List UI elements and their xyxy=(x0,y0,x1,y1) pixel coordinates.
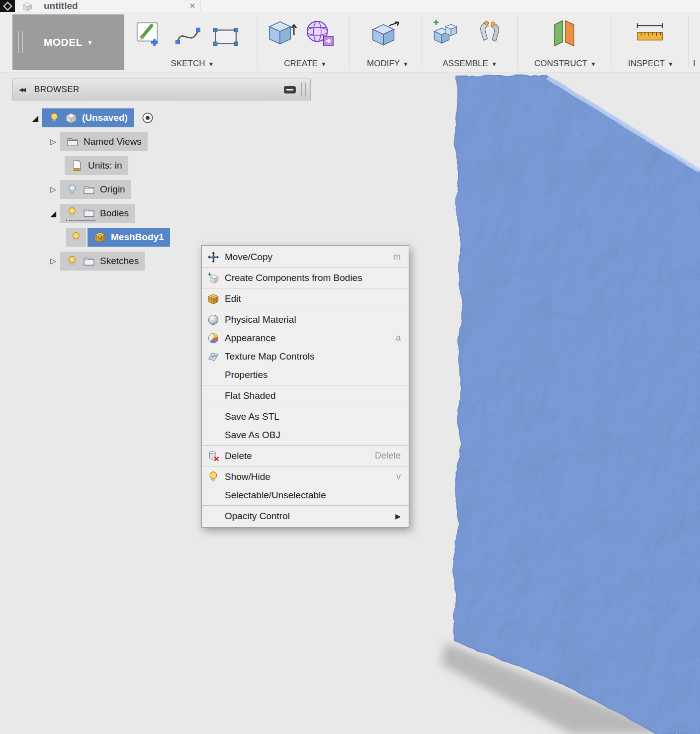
collapse-triangle-icon[interactable]: ▷ xyxy=(46,257,60,266)
menu-separator xyxy=(202,288,409,288)
menu-separator xyxy=(202,267,409,268)
inspect-menu[interactable]: INSPECT ▼ xyxy=(615,59,686,69)
tree-item-named-views[interactable]: Named Views xyxy=(60,132,148,151)
tree-item-units[interactable]: Units: in xyxy=(65,156,128,175)
browser-options-icon[interactable] xyxy=(284,86,296,93)
spline-icon[interactable] xyxy=(174,22,202,50)
measure-ruler-icon[interactable] xyxy=(634,18,665,49)
tree-item-label: Sketches xyxy=(100,256,139,267)
toolbar-group-inspect: INSPECT ▼ xyxy=(615,12,686,73)
menu-item-texture-map-controls[interactable]: Texture Map Controls xyxy=(202,347,409,366)
tree-item-meshbody1[interactable]: MeshBody1 xyxy=(88,228,170,247)
collapse-browser-icon[interactable]: ◀◀ xyxy=(19,87,24,93)
menu-item-properties[interactable]: Properties xyxy=(202,366,409,384)
toolbar-group-modify: MODIFY ▼ xyxy=(354,12,422,73)
menu-item-appearance[interactable]: Appearance a xyxy=(202,329,409,347)
document-icon xyxy=(22,1,33,12)
component-icon xyxy=(65,111,78,124)
menu-item-physical-material[interactable]: Physical Material xyxy=(202,310,409,329)
menu-item-opacity-control[interactable]: Opacity Control ▶ xyxy=(202,507,409,525)
create-components-icon xyxy=(207,271,225,285)
sketch-menu[interactable]: SKETCH ▼ xyxy=(128,59,257,69)
construct-plane-icon[interactable] xyxy=(549,18,580,49)
mesh-body[interactable] xyxy=(452,75,700,734)
tree-row-sketches: ▷ Sketches xyxy=(12,252,145,271)
joint-icon[interactable] xyxy=(475,18,505,48)
appearance-icon xyxy=(207,331,225,345)
menu-separator xyxy=(202,445,409,446)
menu-separator xyxy=(202,505,409,506)
menu-item-create-components[interactable]: Create Components from Bodies xyxy=(202,269,409,287)
menu-separator xyxy=(202,406,409,406)
tree-item-root[interactable]: (Unsaved) xyxy=(42,108,134,127)
expand-triangle-icon[interactable]: ◢ xyxy=(28,113,42,123)
create-menu[interactable]: CREATE ▼ xyxy=(262,59,349,69)
menu-item-shortcut: m xyxy=(393,252,401,262)
chevron-down-icon: ▼ xyxy=(668,61,674,67)
tree-row-origin: ▷ Origin xyxy=(12,180,131,199)
tab-title[interactable]: untitled xyxy=(44,0,78,12)
chevron-down-icon: ▼ xyxy=(87,40,93,46)
mesh-sphere-icon[interactable] xyxy=(304,18,335,49)
lightbulb-icon[interactable] xyxy=(48,112,60,124)
menu-item-label: Save As OBJ xyxy=(225,430,280,441)
empty-icon-slot xyxy=(207,410,225,424)
folder-icon xyxy=(66,135,79,148)
tree-item-origin[interactable]: Origin xyxy=(60,180,131,199)
menu-item-show-hide[interactable]: Show/Hide v xyxy=(202,467,409,486)
menu-item-label: Save As STL xyxy=(225,411,279,422)
toolbar-group-assemble: ASSEMBLE ▼ xyxy=(426,12,514,73)
next-group-partial-label: I xyxy=(693,59,696,69)
move-copy-icon xyxy=(207,250,225,264)
fusion-window: untitled ✕ MODEL ▼ SKETCH ▼ xyxy=(0,0,700,734)
expand-triangle-icon[interactable]: ◢ xyxy=(46,209,60,218)
menu-item-save-as-stl[interactable]: Save As STL xyxy=(202,407,409,426)
menu-item-edit[interactable]: Edit xyxy=(202,289,409,308)
activate-component-radio[interactable] xyxy=(141,111,155,125)
menu-item-selectable-unselectable[interactable]: Selectable/Unselectable xyxy=(202,486,409,504)
assemble-menu[interactable]: ASSEMBLE ▼ xyxy=(426,59,514,69)
tab-separator xyxy=(200,0,200,12)
menu-item-move-copy[interactable]: Move/Copy m xyxy=(202,248,409,266)
collapse-triangle-icon[interactable]: ▷ xyxy=(46,137,60,146)
tree-row-bodies: ◢ Bodies xyxy=(12,204,135,223)
tree-item-bodies[interactable]: Bodies xyxy=(60,204,135,223)
menu-item-label: Create Components from Bodies xyxy=(225,273,362,283)
lightbulb-icon[interactable] xyxy=(70,231,82,243)
menu-item-save-as-obj[interactable]: Save As OBJ xyxy=(202,426,409,444)
browser-title: BROWSER xyxy=(34,85,80,94)
menu-item-label: Properties xyxy=(225,369,268,380)
group-separator xyxy=(688,16,689,69)
empty-icon-slot xyxy=(207,389,225,403)
lightbulb-icon[interactable] xyxy=(66,255,78,267)
lightbulb-icon[interactable] xyxy=(66,206,78,218)
tree-item-sketches[interactable]: Sketches xyxy=(60,252,145,271)
tab-close-icon[interactable]: ✕ xyxy=(186,0,199,12)
new-component-icon[interactable] xyxy=(431,18,460,48)
rectangle-icon[interactable] xyxy=(212,23,241,52)
create-box-icon[interactable] xyxy=(266,18,297,49)
modify-menu[interactable]: MODIFY ▼ xyxy=(354,59,422,69)
construct-menu[interactable]: CONSTRUCT ▼ xyxy=(521,59,610,69)
group-separator xyxy=(258,16,258,69)
menu-item-label: Edit xyxy=(225,293,241,304)
collapse-triangle-icon[interactable]: ▷ xyxy=(46,185,60,194)
menu-item-delete[interactable]: Delete Delete xyxy=(202,447,409,465)
menu-item-flat-shaded[interactable]: Flat Shaded xyxy=(202,386,409,405)
group-separator xyxy=(517,16,518,69)
app-logo[interactable] xyxy=(0,0,15,12)
tab-bar: untitled ✕ xyxy=(0,0,700,12)
chevron-down-icon: ▼ xyxy=(208,61,214,67)
workspace-switcher[interactable]: MODEL ▼ xyxy=(12,14,124,70)
press-pull-icon[interactable] xyxy=(371,18,402,49)
menu-item-label: Appearance xyxy=(225,333,275,344)
create-sketch-icon[interactable] xyxy=(134,18,165,49)
meshbody-visibility[interactable] xyxy=(66,228,86,247)
lightbulb-off-icon[interactable] xyxy=(66,184,78,195)
menu-item-label: Move/Copy xyxy=(225,252,272,263)
units-document-icon xyxy=(71,159,84,172)
pane-splitter[interactable] xyxy=(301,83,306,96)
menu-item-label: Opacity Control xyxy=(225,511,290,522)
menu-item-label: Selectable/Unselectable xyxy=(225,490,326,501)
tree-item-label: Units: in xyxy=(88,160,122,171)
